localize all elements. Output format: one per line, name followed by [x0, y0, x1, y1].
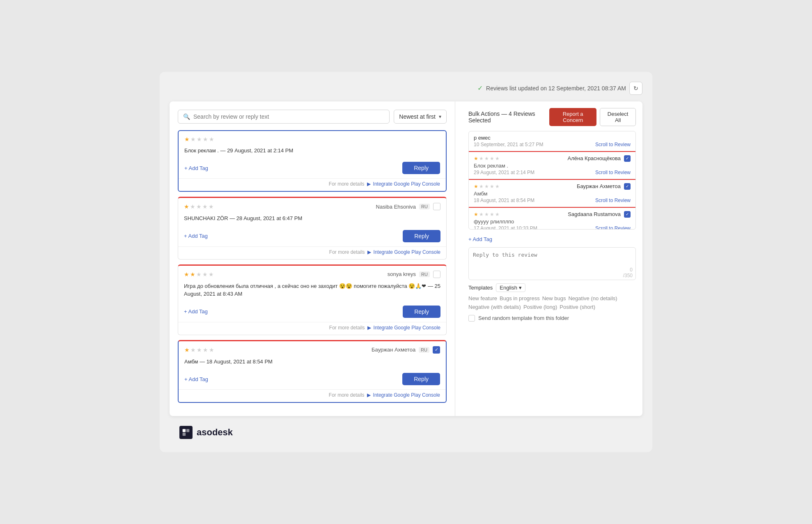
star-icon: ★: [196, 271, 202, 278]
review-footer-1: For more details ▶ Integrate Google Play…: [179, 178, 446, 191]
selected-review-date-1: 10 September, 2021 at 5:27 PM: [474, 142, 543, 147]
star-icon: ★: [474, 184, 478, 189]
reviewer-name-3: sonya kreys: [388, 271, 416, 277]
reply-button-3[interactable]: Reply: [403, 306, 440, 318]
review-text-2: SHUNCHAKI ZÖR — 28 August, 2021 at 6:47 …: [178, 213, 446, 227]
reply-textarea[interactable]: [468, 247, 636, 280]
template-tag-bugs-in-progress[interactable]: Bugs in progress: [500, 295, 540, 301]
selected-review-date-3: 18 August, 2021 at 8:54 PM: [474, 198, 534, 203]
search-input[interactable]: [193, 113, 384, 120]
review-actions-3: + Add Tag Reply: [178, 302, 446, 322]
add-tag-button-2[interactable]: + Add Tag: [184, 233, 208, 239]
star-icon: ★: [209, 271, 214, 278]
star-icon: ★: [495, 211, 500, 217]
selected-review-header-3: ★ ★ ★ ★ ★ Бауржан Ахметоа ✓: [474, 183, 631, 190]
star-icon: ★: [484, 156, 489, 161]
refresh-button[interactable]: ↻: [629, 82, 642, 95]
report-concern-button[interactable]: Report a Concern: [549, 108, 596, 126]
selected-review-header-1: р емес: [474, 135, 631, 141]
star-icon: ★: [209, 203, 214, 210]
template-tag-new-bugs[interactable]: New bugs: [542, 295, 566, 301]
add-tag-button-1[interactable]: + Add Tag: [184, 165, 208, 171]
selected-review-meta-2: 29 August, 2021 at 2:14 PM Scroll to Rev…: [474, 170, 631, 175]
star-icon: ★: [184, 271, 189, 278]
review-text-3: Игра до обновления была отличная , а сей…: [178, 280, 446, 302]
right-add-tag-button[interactable]: + Add Tag: [468, 234, 492, 244]
for-more-details-label: For more details: [329, 249, 365, 255]
selected-review-date-4: 17 August, 2021 at 10:33 PM: [474, 225, 537, 230]
star-icon: ★: [190, 271, 195, 278]
template-tag-positive-long[interactable]: Positive (long): [523, 304, 557, 310]
select-checkbox-3[interactable]: [433, 271, 440, 278]
add-tag-button-4[interactable]: + Add Tag: [184, 376, 208, 382]
left-panel: 🔍 Newest at first ▾ ★ ★ ★ ★ ★: [170, 101, 455, 416]
check-icon: ✓: [477, 84, 483, 92]
template-tag-new-feature[interactable]: New feature: [468, 295, 497, 301]
country-badge-4: RU: [419, 347, 429, 353]
star-icon: ★: [490, 156, 494, 161]
random-template-checkbox[interactable]: [468, 315, 475, 322]
selected-review-header-2: ★ ★ ★ ★ ★ Алёна Краснощёкова ✓: [474, 155, 631, 162]
select-checkbox-2[interactable]: [433, 203, 440, 210]
selected-reviews-list: р емес 10 September, 2021 at 5:27 PM Scr…: [468, 131, 636, 230]
selected-review-item-2: ★ ★ ★ ★ ★ Алёна Краснощёкова ✓ Блок рекл…: [469, 151, 635, 179]
selected-review-name-3: Бауржан Ахметоа: [577, 183, 621, 189]
select-checkbox-4[interactable]: ✓: [433, 346, 440, 354]
scroll-to-review-3[interactable]: Scroll to Review: [595, 198, 631, 203]
selected-review-stars-2: ★ ★ ★ ★ ★: [474, 156, 500, 161]
reply-button-1[interactable]: Reply: [402, 162, 440, 174]
template-tag-positive-short[interactable]: Positive (short): [560, 304, 595, 310]
review-actions-1: + Add Tag Reply: [179, 159, 446, 178]
star-icon: ★: [203, 347, 208, 353]
review-card-4: ★ ★ ★ ★ ★ Бауржан Ахметоа RU ✓ Амбм — 18…: [178, 340, 447, 403]
reply-button-4[interactable]: Reply: [402, 373, 440, 385]
star-icon: ★: [495, 156, 500, 161]
selected-review-text-4: фуyyy рлилплпо: [474, 218, 631, 225]
svg-rect-1: [186, 429, 190, 432]
footer: asodesk: [170, 426, 642, 439]
stars-3: ★ ★ ★ ★ ★: [184, 271, 214, 278]
svg-rect-0: [183, 429, 186, 432]
scroll-to-review-4[interactable]: Scroll to Review: [595, 225, 631, 230]
language-dropdown[interactable]: English ▾: [496, 283, 525, 292]
integrate-link-3[interactable]: Integrate Google Play Console: [374, 325, 440, 331]
selected-review-item-4: ★ ★ ★ ★ ★ Sagdaana Rustamova ✓ фуyyy рли…: [469, 207, 635, 230]
star-icon: ★: [190, 136, 196, 142]
integrate-link-2[interactable]: Integrate Google Play Console: [374, 249, 440, 255]
reviewer-info-2: Nasiba Ehsoniva RU: [376, 203, 440, 210]
review-footer-4: For more details ▶ Integrate Google Play…: [179, 389, 446, 402]
selected-review-checkbox-4[interactable]: ✓: [624, 211, 631, 218]
review-header-1: ★ ★ ★ ★ ★: [179, 131, 446, 145]
star-icon: ★: [203, 136, 208, 142]
reviewer-name-2: Nasiba Ehsoniva: [376, 204, 416, 210]
review-header-3: ★ ★ ★ ★ ★ sonya kreys RU: [178, 266, 446, 280]
search-box: 🔍: [178, 110, 390, 124]
country-badge-3: RU: [419, 271, 430, 277]
integrate-link-1[interactable]: Integrate Google Play Console: [373, 181, 440, 187]
add-tag-button-3[interactable]: + Add Tag: [184, 308, 208, 315]
country-badge-2: RU: [419, 204, 430, 209]
status-bar: ✓ Reviews list updated on 12 September, …: [170, 82, 642, 95]
deselect-all-button[interactable]: Deselect All: [600, 108, 636, 126]
integrate-icon: ▶: [367, 249, 371, 255]
for-more-details-label: For more details: [329, 325, 365, 331]
integrate-link-4[interactable]: Integrate Google Play Console: [373, 392, 440, 398]
selected-review-name-2: Алёна Краснощёкова: [568, 155, 621, 161]
reply-button-2[interactable]: Reply: [403, 230, 440, 242]
random-template-label: Send random template from this folder: [478, 315, 569, 321]
star-icon: ★: [197, 347, 202, 353]
scroll-to-review-1[interactable]: Scroll to Review: [595, 142, 631, 147]
review-actions-2: + Add Tag Reply: [178, 227, 446, 246]
star-icon: ★: [479, 156, 484, 161]
search-icon: 🔍: [183, 113, 190, 120]
review-header-4: ★ ★ ★ ★ ★ Бауржан Ахметоа RU ✓: [179, 341, 446, 356]
reviewer-info-4: Бауржан Ахметоа RU ✓: [372, 346, 440, 354]
bulk-buttons: Report a Concern Deselect All: [549, 108, 636, 126]
selected-review-checkbox-3[interactable]: ✓: [624, 183, 631, 190]
star-icon: ★: [484, 211, 489, 217]
template-tag-negative-with-details[interactable]: Negative (with details): [468, 304, 521, 310]
sort-dropdown[interactable]: Newest at first ▾: [394, 110, 447, 124]
selected-review-checkbox-2[interactable]: ✓: [624, 155, 631, 162]
template-tag-negative-no-details[interactable]: Negative (no details): [568, 295, 617, 301]
scroll-to-review-2[interactable]: Scroll to Review: [595, 170, 631, 175]
